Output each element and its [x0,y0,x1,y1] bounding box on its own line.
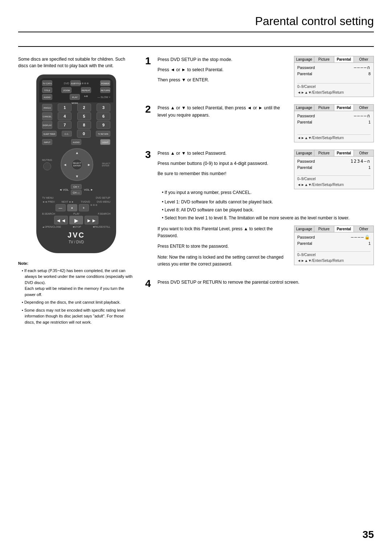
ch-minus-btn[interactable]: CH — [71,190,82,195]
title-btn[interactable]: TITLE [42,87,52,93]
step-2-tabs: Language Picture Parental Other [294,105,373,111]
num-4-btn[interactable]: 4 [58,112,72,120]
step-3-parental-value: 1 [368,165,371,170]
num-7-btn[interactable]: 7 [58,121,72,129]
select-enter-btn[interactable]: SELECTENTER [72,159,82,170]
ch-plus-btn[interactable]: CH + [71,184,82,189]
repeat-ab-btn[interactable]: REPEAT A-B [81,87,91,93]
prev-label: ◄◄ PREV [42,200,55,203]
dot-3 [87,82,89,84]
note-item-3: • Some discs may not be encoded with spe… [22,307,134,325]
t-dot-1 [90,204,92,206]
num-3-btn[interactable]: 3 [97,104,110,112]
note-text-1: If each setup (P.35~42) has been complet… [24,268,132,297]
note-section: Note: • If each setup (P.35~42) has been… [18,260,134,325]
tab-picture-lock[interactable]: Picture [314,226,334,232]
muting-btn[interactable] [43,162,51,170]
step-4-content: Press DVD SETUP or RETURN to remove the … [158,279,374,289]
step-1: 1 Press DVD SETUP in the stop mode. Pres… [145,56,374,97]
lock-parental-row: Parental 1 [297,241,371,246]
step-1-line-1: Press DVD SETUP in the stop mode. [158,56,289,63]
num-1-btn[interactable]: 1 [58,104,72,112]
tab-other-2[interactable]: Other [354,105,373,111]
zoom-btn[interactable]: ZOOM [61,87,72,93]
rewind-btn[interactable]: ◄◄ [54,216,68,224]
tab-picture-2[interactable]: Picture [314,105,334,111]
tab-language-1[interactable]: Language [294,56,314,62]
nav-left-btn[interactable]: ◄ [63,163,67,167]
play-btn[interactable]: ▶ [69,216,83,224]
num-0-btn[interactable]: 0 [77,130,91,138]
tab-language-3[interactable]: Language [294,150,314,156]
subtitle-btn[interactable]: SUBTITLE [70,80,81,86]
t-dot-3 [95,204,97,206]
input-btn[interactable]: INPUT [42,139,52,145]
tab-parental-3[interactable]: Parental [334,150,354,156]
input-row: INPUT AUDIO LIGHT [42,139,110,145]
prev-next-row: ◄◄ PREV NEXT ►► TV/DVD DVD MENU [42,200,110,203]
nav-up-btn[interactable]: ▲ [75,151,79,155]
step-3-inline: Press ▲ or ▼ to select Password. Press n… [158,150,374,189]
tab-language-2[interactable]: Language [294,105,314,111]
light-btn[interactable]: LIGHT [100,139,110,145]
lock-panel: Language Picture Parental Other Password… [294,226,374,265]
step-4-text: Press DVD SETUP or RETURN to remove the … [158,279,374,286]
muting-area: MUTING [42,159,52,170]
audio-btn[interactable]: AUDIO [42,94,52,100]
step-3-content: Press ▲ or ▼ to select Password. Press n… [158,150,374,271]
lock-block-inline: If you want to lock this Parental Level,… [158,226,374,271]
cancel-btn[interactable]: CANCEL [42,112,52,120]
nav-right-btn[interactable]: ► [87,163,91,167]
stop-transport-btn[interactable]: ● [67,204,77,211]
play-mode-btn[interactable]: PLAY MODE [70,94,80,100]
tab-other-1[interactable]: Other [354,56,373,62]
remote-row-3: AUDIO PLAY MODE — SLOW + [42,94,110,100]
ff-btn[interactable]: ►► [85,216,98,224]
tab-parental-2[interactable]: Parental [334,105,354,111]
tab-parental-lock[interactable]: Parental [334,226,354,232]
lock-block: If you want to lock this Parental Level,… [158,226,374,271]
step-1-hint-1: 0–9/Cancel [297,83,371,89]
dvd-label: DVD [64,82,69,85]
lock-password-row: Password ————🔒 [297,235,371,240]
intro-text: Some discs are specified not suitable fo… [18,56,134,69]
lock-tabs: Language Picture Parental Other [294,226,373,232]
plus-btn[interactable]: + [79,204,89,211]
next-label: NEXT ►► [61,200,74,203]
step-3-line-3: Be sure to remember this number! [158,170,289,177]
sleep-timer-btn[interactable]: SLEEP TIMER [42,131,57,137]
tab-other-3[interactable]: Other [354,150,373,156]
power-btn[interactable]: POWER [100,80,110,86]
tab-other-lock[interactable]: Other [354,226,373,232]
note-text-2: Depending on the discs, the unit cannot … [24,300,121,304]
step-1-panel: Language Picture Parental Other Password… [294,56,374,97]
num-2-btn[interactable]: 2 [77,104,91,112]
display-btn[interactable]: DISPLAY [42,121,52,129]
step-2-hint: ◄►▲▼/Enter/Setup/Return [297,134,371,140]
lock-panel-body: Password ————🔒 Parental 1 0–9/Cancel [294,232,373,265]
tab-picture-3[interactable]: Picture [314,150,334,156]
angle-btn[interactable]: ANGLE [42,104,52,111]
num-5-btn[interactable]: 5 [77,112,91,120]
audio2-btn[interactable]: AUDIO [71,139,81,145]
tab-language-lock[interactable]: Language [294,226,314,232]
step-3-password-value: 1234—∩ [351,159,371,164]
step-1-parental-row: Parental 8 [297,72,371,76]
level-notes: • Level 1: DVD software for adults canno… [158,199,374,221]
dvd-menu-label: DVD MENU [97,200,110,203]
cc-btn[interactable]: C.C. [62,131,72,137]
dvd-setup-label: DVD SETUP [96,197,110,199]
tv-catv-btn[interactable]: TV CATV [42,80,52,86]
num-8-btn[interactable]: 8 [77,121,91,129]
minus-btn[interactable]: — [56,204,66,211]
transport-area: ◄◄ PREV NEXT ►► TV/DVD DVD MENU — ● + [39,200,113,228]
num-6-btn[interactable]: 6 [97,112,110,120]
remote-row-1: TV CATV DVD SUBTITLE POWER [42,80,110,86]
tab-parental-1[interactable]: Parental [334,56,354,62]
nav-down-btn[interactable]: ▼ [75,174,79,178]
tv-return-btn[interactable]: TV RETURN [96,131,110,137]
return-btn[interactable]: RETURN [100,87,110,93]
remote-row-2: TITLE ZOOM REPEAT A-B RETURN [42,87,110,93]
num-9-btn[interactable]: 9 [97,121,110,129]
tab-picture-1[interactable]: Picture [314,56,334,62]
